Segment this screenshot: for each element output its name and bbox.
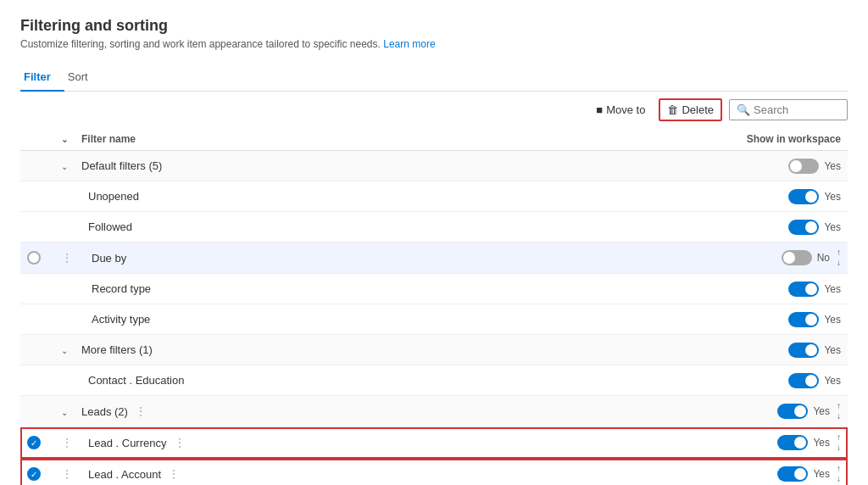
rows-container: ⌄ Default filters (5) Yes Unopened xyxy=(20,151,848,485)
table-row: ⋮ Due by No ↑ ↓ xyxy=(20,242,848,274)
row-label: Contact . Education xyxy=(81,374,671,387)
table-row: ⌄ Leads (2) ⋮ Yes ↑ ↓ xyxy=(20,396,848,427)
sort-down-arrow[interactable]: ↓ xyxy=(837,443,841,453)
sort-up-arrow[interactable]: ↑ xyxy=(837,248,841,258)
tab-filter[interactable]: Filter xyxy=(20,64,64,92)
toggle-switch[interactable]: Yes xyxy=(788,343,841,358)
sort-up-arrow[interactable]: ↑ xyxy=(837,432,841,443)
tabs-bar: Filter Sort xyxy=(20,64,848,92)
row-label: Followed xyxy=(81,220,671,233)
sort-down-arrow[interactable]: ↓ xyxy=(837,474,841,484)
row-label: Due by xyxy=(81,252,671,265)
toggle-switch[interactable]: Yes xyxy=(788,189,841,204)
toggle-switch[interactable]: Yes xyxy=(788,312,841,327)
table-row: Record type Yes xyxy=(20,274,848,304)
group-chevron[interactable]: ⌄ xyxy=(61,346,68,355)
sort-arrows: ↑ ↓ xyxy=(837,248,841,268)
toggle-label: Yes xyxy=(824,344,841,356)
table-row: Activity type Yes xyxy=(20,304,848,335)
delete-button[interactable]: 🗑 Delete xyxy=(659,98,722,121)
page-title: Filtering and sorting xyxy=(20,17,848,35)
toggle-label: Yes xyxy=(824,160,841,172)
row-label: Record type xyxy=(81,282,671,295)
table-row: Unopened Yes xyxy=(20,181,848,212)
search-icon: 🔍 xyxy=(737,103,750,116)
tab-sort[interactable]: Sort xyxy=(64,64,102,92)
toggle-label: No xyxy=(817,252,830,264)
toggle-label: Yes xyxy=(824,314,841,326)
move-to-button[interactable]: ■ Move to xyxy=(589,100,652,120)
toggle-label: Yes xyxy=(813,437,830,449)
row-label: More filters (1) xyxy=(81,343,671,356)
row-circle[interactable] xyxy=(27,251,41,265)
sort-chevron-header[interactable]: ⌄ xyxy=(61,135,68,144)
table-header: ⌄ Filter name Show in workspace xyxy=(20,128,848,151)
toggle-switch[interactable]: Yes xyxy=(788,282,841,297)
search-box: 🔍 xyxy=(729,99,848,120)
search-input[interactable] xyxy=(754,103,840,116)
table-row: Contact . Education Yes xyxy=(20,365,848,396)
sort-up-arrow[interactable]: ↑ xyxy=(837,464,841,474)
group-chevron[interactable]: ⌄ xyxy=(61,162,68,171)
page-subtitle: Customize filtering, sorting and work it… xyxy=(20,38,848,50)
toggle-label: Yes xyxy=(824,375,841,387)
drag-handle-icon[interactable]: ⋮ xyxy=(61,251,73,265)
show-workspace-col-header: Show in workspace xyxy=(747,133,841,145)
drag-handle-icon[interactable]: ⋮ xyxy=(61,436,73,449)
toggle-switch[interactable]: Yes xyxy=(777,404,830,419)
toggle-label: Yes xyxy=(813,405,830,417)
toggle-label: Yes xyxy=(824,221,841,233)
row-label: Leads (2) xyxy=(81,405,128,418)
row-label: Lead . Currency xyxy=(81,437,167,449)
sort-down-arrow[interactable]: ↓ xyxy=(837,411,841,421)
table-row: ⌄ More filters (1) Yes xyxy=(20,335,848,365)
sort-arrows: ↑ ↓ xyxy=(837,464,841,484)
sort-arrows: ↑ ↓ xyxy=(837,401,841,421)
learn-more-link[interactable]: Learn more xyxy=(383,38,435,50)
table-row: ✓ ⋮ Lead . Currency ⋮ Yes ↑ ↓ xyxy=(20,427,848,459)
row-label: Activity type xyxy=(81,313,671,326)
move-to-icon: ■ xyxy=(596,103,603,116)
toggle-switch[interactable]: No xyxy=(782,250,830,265)
table-row: Followed Yes xyxy=(20,212,848,242)
kebab-menu-icon[interactable]: ⋮ xyxy=(135,404,147,418)
toolbar: ■ Move to 🗑 Delete 🔍 xyxy=(20,92,848,128)
delete-icon: 🗑 xyxy=(667,103,678,116)
toggle-label: Yes xyxy=(813,468,830,480)
toggle-label: Yes xyxy=(824,283,841,295)
kebab-menu-icon[interactable]: ⋮ xyxy=(168,467,180,481)
sort-up-arrow[interactable]: ↑ xyxy=(837,401,841,411)
row-checkbox[interactable]: ✓ xyxy=(27,436,41,449)
toggle-label: Yes xyxy=(824,191,841,203)
group-chevron[interactable]: ⌄ xyxy=(61,408,68,417)
row-label: Default filters (5) xyxy=(81,159,671,172)
drag-handle-icon[interactable]: ⋮ xyxy=(61,467,73,481)
table-row: ⌄ Default filters (5) Yes xyxy=(20,151,848,181)
toggle-switch[interactable]: Yes xyxy=(777,466,830,482)
toggle-switch[interactable]: Yes xyxy=(788,373,841,388)
row-label: Lead . Account xyxy=(81,468,161,481)
row-checkbox[interactable]: ✓ xyxy=(27,467,41,481)
filter-name-col-header: Filter name xyxy=(81,133,136,145)
sort-arrows: ↑ ↓ xyxy=(837,432,841,453)
table-row: ✓ ⋮ Lead . Account ⋮ Yes ↑ ↓ xyxy=(20,459,848,485)
sort-down-arrow[interactable]: ↓ xyxy=(837,258,841,268)
toggle-switch[interactable]: Yes xyxy=(788,220,841,235)
toggle-switch[interactable]: Yes xyxy=(777,435,830,450)
toggle-switch[interactable]: Yes xyxy=(788,159,841,174)
row-label: Unopened xyxy=(81,190,671,203)
kebab-menu-icon[interactable]: ⋮ xyxy=(174,436,186,449)
